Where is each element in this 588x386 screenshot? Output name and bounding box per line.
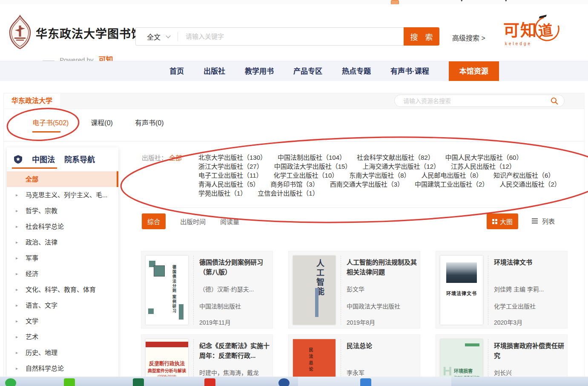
search-icon[interactable]: [551, 97, 558, 105]
sidebar-item[interactable]: ▸历史、地理: [7, 345, 118, 360]
publisher-filter[interactable]: 青海人民出版社（5）: [198, 180, 259, 189]
publisher-filter[interactable]: 中国政法大学出版社（15）: [274, 162, 352, 171]
cover-decor: [315, 288, 318, 317]
book-title[interactable]: 民法总论: [347, 341, 418, 351]
book-title[interactable]: 德国债法分则案例研习（第八版）: [199, 257, 271, 277]
taskbar-icon-spreadsheet[interactable]: [133, 378, 144, 386]
publisher-filter[interactable]: 中国法制出版社（104）: [278, 153, 346, 162]
book-author: 刘长兴: [494, 368, 512, 377]
sidebar-item-label: 艺术: [26, 333, 38, 340]
publisher-filter[interactable]: 立信会计出版社（1）: [258, 189, 318, 198]
expand-arrow-icon: ▸: [16, 360, 18, 376]
logo-swoosh-icon: [530, 12, 564, 46]
nav-item-出版社[interactable]: 出版社: [204, 61, 225, 81]
publisher-filter[interactable]: 社会科学文献出版社（82）: [357, 153, 434, 162]
chevron-down-icon[interactable]: [166, 33, 170, 38]
nav-item-首页[interactable]: 首页: [169, 61, 184, 81]
sidebar-item[interactable]: ▸哲学、宗教: [7, 203, 118, 219]
book-card[interactable]: 人工智能人工智能的刑法规制及其相关法律问题彭文华中国政法大学出版社2019年8月: [288, 251, 420, 328]
book-author: 彭文华: [347, 285, 364, 293]
book-card[interactable]: 环境法律文书环境法律文书刘佳娉 主编 李莉...化学工业出版社2020年3月: [436, 251, 568, 328]
search-input[interactable]: [185, 32, 404, 40]
book-author: 刘佳娉 主编 李莉...: [494, 285, 544, 293]
sidebar-item[interactable]: ▸马克思主义、列宁主义、毛...: [7, 187, 118, 203]
book-cover[interactable]: 德国债法分则 案例研习: [146, 256, 188, 325]
nav-item-热点专题[interactable]: 热点专题: [342, 61, 371, 81]
publisher-filter[interactable]: 化学工业出版社（10）: [274, 171, 338, 180]
publisher-filter[interactable]: 北京大学出版社（130）: [198, 153, 267, 162]
sidebar-tab[interactable]: 中图法: [32, 153, 55, 164]
view-large-button[interactable]: 大图: [487, 213, 518, 229]
sidebar-item[interactable]: ▸自然科学总论: [7, 360, 118, 376]
sidebar-item[interactable]: ▸语言、文字: [7, 297, 118, 313]
taskbar-icon-blue-circle[interactable]: [278, 378, 290, 386]
nav-item-教学用书[interactable]: 教学用书: [245, 61, 274, 81]
nav-item-本馆资源[interactable]: 本馆资源: [449, 61, 499, 81]
publisher-filter[interactable]: 江苏人民出版社（12）: [451, 162, 516, 171]
publisher-filter[interactable]: 学苑出版社（1）: [198, 189, 247, 198]
org-tab[interactable]: 华东政法大学: [4, 93, 60, 109]
search-scope-select[interactable]: 全文: [147, 32, 161, 42]
book-publisher: 化学工业出版社: [494, 302, 536, 310]
keledge-logo-subtext: keledge: [505, 41, 576, 46]
publisher-filter[interactable]: 西南交通大学出版社（3）: [330, 180, 404, 189]
book-cover[interactable]: 环境法律文书: [440, 256, 483, 325]
sort-option[interactable]: 综合: [142, 213, 166, 229]
publisher-filter[interactable]: 人民交通出版社（2）: [499, 180, 560, 189]
sidebar-list: 全部▸马克思主义、列宁主义、毛...▸哲学、宗教▸社会科学总论▸政治、法律▸军事…: [7, 171, 118, 377]
expand-arrow-icon: ▸: [16, 219, 18, 234]
cover-text: 环境法律文书: [440, 290, 483, 297]
view-list-button[interactable]: 列表: [532, 216, 555, 225]
book-title[interactable]: 人工智能的刑法规制及其相关法律问题: [347, 257, 418, 277]
main-panel: 华东政法大学 电子书(502)课程(0)有声书(0) 中图法院系导航 全部▸马克…: [3, 93, 585, 379]
sort-option[interactable]: 出版时间: [180, 217, 206, 226]
publisher-filter[interactable]: 电子工业出版社（11）: [198, 171, 263, 180]
publisher-filter[interactable]: 人民邮电出版社（8）: [422, 171, 482, 180]
taskbar-icon-green-circle[interactable]: [5, 378, 16, 386]
publisher-filter[interactable]: 东南大学出版社（8）: [349, 171, 410, 180]
taskbar-icon-red-app[interactable]: [204, 378, 215, 386]
sidebar-item[interactable]: ▸政治、法律: [7, 234, 118, 250]
sidebar-tab[interactable]: 院系导航: [64, 153, 95, 164]
sidebar-item-label: 社会科学总论: [26, 223, 64, 230]
book-title[interactable]: 环境法律文书: [494, 257, 565, 267]
book-author: 时建中，焦海涛，戴龙: [199, 368, 259, 377]
sort-option[interactable]: 阅读量: [220, 217, 239, 226]
nav-item-产品专区[interactable]: 产品专区: [293, 61, 322, 81]
category-sidebar: 中图法院系导航 全部▸马克思主义、列宁主义、毛...▸哲学、宗教▸社会科学总论▸…: [7, 147, 118, 377]
book-info: 环境法律文书刘佳娉 主编 李莉...化学工业出版社2020年3月: [494, 257, 565, 326]
keledge-logo: 可知道 keledge: [503, 17, 576, 53]
site-header: 华东政法大学图书馆 —— Powered by 可知 全文 搜 索 高级搜索 >…: [0, 4, 588, 61]
nav-item-有声书·课程[interactable]: 有声书·课程: [390, 61, 429, 81]
sidebar-item[interactable]: ▸军事: [7, 250, 118, 266]
resource-type-tab[interactable]: 课程(0): [91, 117, 113, 133]
book-title[interactable]: 环境损害政府补偿责任研究: [494, 341, 565, 360]
sidebar-item[interactable]: ▸社会科学总论: [7, 219, 118, 234]
book-card[interactable]: 德国债法分则 案例研习德国债法分则案例研习（第八版）（德）汉斯·约瑟夫...中国…: [141, 251, 273, 328]
taskbar: [0, 377, 588, 386]
resource-type-tab[interactable]: 电子书(502): [32, 117, 69, 133]
bookmark-folder-caret-icon: ▾: [461, 0, 463, 3]
publisher-filter[interactable]: 上海交通大学出版社（12）: [362, 162, 440, 171]
publisher-filter[interactable]: 中国建筑工业出版社（2）: [415, 180, 488, 189]
resource-search-input[interactable]: [402, 97, 551, 105]
expand-arrow-icon: ▸: [16, 297, 18, 313]
sidebar-item[interactable]: ▸艺术: [7, 329, 118, 345]
publisher-filter[interactable]: 浙江大学出版社（27）: [198, 162, 263, 171]
publisher-filter[interactable]: 知识产权出版社（6）: [493, 171, 554, 180]
sidebar-item[interactable]: ▸文化、科学、教育、体育: [7, 282, 118, 297]
sidebar-item[interactable]: ▸经济: [7, 266, 118, 282]
taskbar-icon-blue-folder[interactable]: [360, 378, 371, 386]
publisher-filter[interactable]: 商务印书馆（3）: [270, 180, 318, 189]
advanced-search-link[interactable]: 高级搜索 >: [452, 32, 485, 43]
resource-type-tab[interactable]: 有声书(0): [135, 117, 164, 133]
sidebar-item-label: 历史、地理: [26, 349, 57, 356]
sidebar-item[interactable]: ▸文学: [7, 313, 118, 329]
book-title[interactable]: 纪念《反垄断法》实施十周年：反垄断行政...: [199, 341, 271, 360]
search-button[interactable]: 搜 索: [404, 27, 439, 46]
sidebar-item[interactable]: 全部: [7, 171, 118, 187]
publisher-filter[interactable]: 中国人民大学出版社（60）: [445, 153, 523, 162]
taskbar-icon-green-app[interactable]: [64, 378, 75, 386]
book-cover[interactable]: 人工智能: [293, 256, 336, 325]
publisher-filter-all[interactable]: 全部: [169, 153, 182, 162]
